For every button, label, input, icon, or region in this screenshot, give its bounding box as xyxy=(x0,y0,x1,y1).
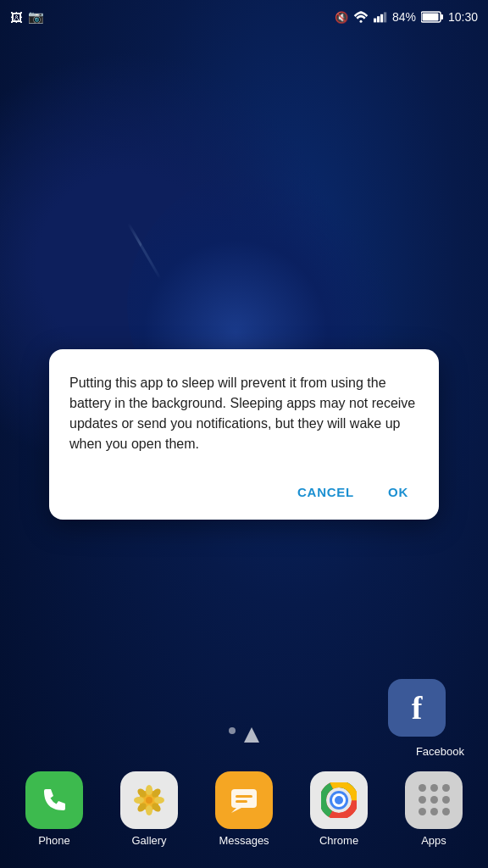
signal-icon xyxy=(374,11,387,23)
battery-percent: 84% xyxy=(392,10,416,24)
svg-rect-6 xyxy=(441,14,443,19)
camera-icon: 📷 xyxy=(28,9,44,25)
mute-icon: 🔇 xyxy=(335,11,348,24)
image-icon: 🖼 xyxy=(10,10,23,25)
svg-rect-1 xyxy=(374,19,376,23)
status-bar: 🖼 📷 🔇 84% 10:30 xyxy=(0,0,488,34)
svg-rect-7 xyxy=(422,14,438,21)
svg-rect-2 xyxy=(377,16,380,22)
wifi-icon xyxy=(353,11,369,23)
dialog-message: Putting this app to sleep will prevent i… xyxy=(69,373,419,454)
battery-icon xyxy=(421,11,443,23)
status-left-icons: 🖼 📷 xyxy=(10,9,44,25)
svg-point-0 xyxy=(359,20,362,23)
dialog-buttons: CANCEL OK xyxy=(69,478,419,506)
cancel-button[interactable]: CANCEL xyxy=(287,478,364,506)
svg-rect-3 xyxy=(380,14,383,23)
ok-button[interactable]: OK xyxy=(378,478,419,506)
status-right-icons: 🔇 84% 10:30 xyxy=(335,10,478,24)
svg-rect-4 xyxy=(384,12,386,22)
sleep-dialog: Putting this app to sleep will prevent i… xyxy=(49,349,439,520)
time-display: 10:30 xyxy=(448,10,478,24)
dialog-overlay: Putting this app to sleep will prevent i… xyxy=(0,0,488,868)
